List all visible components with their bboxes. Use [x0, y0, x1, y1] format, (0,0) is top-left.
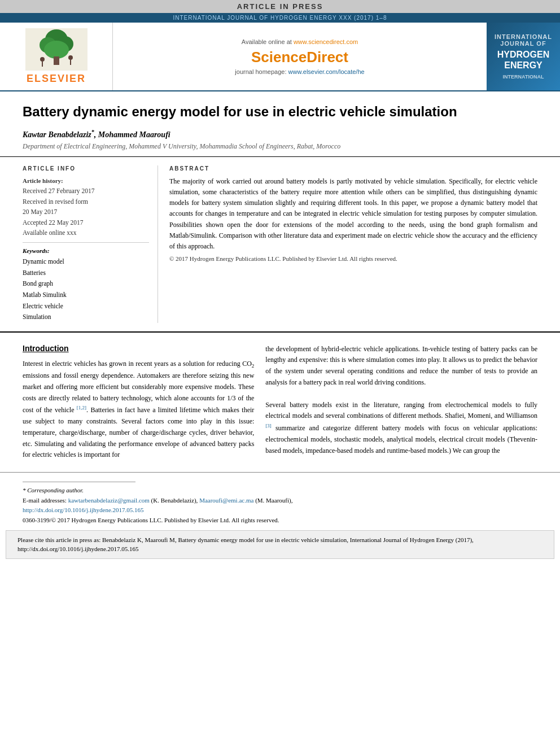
email-label: E-mail addresses: [23, 497, 67, 504]
accepted-date: Accepted 22 May 2017 [23, 217, 149, 228]
introduction-title: Introduction [23, 344, 254, 353]
citation-box: Please cite this article in press as: Be… [6, 530, 554, 559]
article-info-header: ARTICLE INFO [23, 165, 149, 172]
abstract-copyright: © 2017 Hydrogen Energy Publications LLC.… [169, 255, 537, 262]
abstract-column: ABSTRACT The majority of work carried ou… [169, 165, 537, 323]
divider [23, 242, 149, 243]
sciencedirect-title: ScienceDirect [251, 49, 348, 66]
abstract-text: The majority of work carried out around … [169, 176, 537, 252]
svg-rect-5 [54, 56, 59, 65]
article-info-column: ARTICLE INFO Article history: Received 2… [23, 165, 158, 323]
article-in-press-banner: ARTICLE IN PRESS [0, 0, 560, 13]
elsevier-tree-icon [25, 28, 88, 71]
footnote-divider [23, 482, 135, 482]
article-title-section: Battery dynamic energy model for use in … [0, 91, 560, 157]
footnote-area: * Corresponding author. E-mail addresses… [0, 472, 560, 530]
available-online-text: Available online at www.sciencedirect.co… [242, 38, 358, 45]
available-online: Available online xxx [23, 228, 149, 238]
affiliation: Department of Electrical Engineering, Mo… [23, 142, 537, 151]
info-abstract-section: ARTICLE INFO Article history: Received 2… [0, 157, 560, 333]
history-label: Article history: [23, 176, 149, 186]
journal-header-line: INTERNATIONAL JOURNAL OF HYDROGEN ENERGY… [0, 13, 560, 23]
keyword-bond-graph: Bond graph [23, 278, 149, 290]
email-footnote: E-mail addresses: kawtarbenabdelaziz@gma… [23, 496, 537, 506]
received-date: Received 27 February 2017 [23, 186, 149, 196]
journal-homepage-label: journal homepage: [235, 68, 286, 75]
abstract-header: ABSTRACT [169, 165, 537, 172]
journal-homepage-url[interactable]: www.elsevier.com/locate/he [288, 68, 365, 75]
svg-point-8 [68, 55, 73, 60]
introduction-right-text: the development of hybrid-electric vehic… [265, 344, 537, 457]
main-content: Introduction Interest in electric vehicl… [0, 333, 560, 473]
center-header: Available online at www.sciencedirect.co… [113, 23, 487, 90]
revised-date: 20 May 2017 [23, 207, 149, 217]
revised-label: Received in revised form [23, 196, 149, 207]
sciencedirect-url[interactable]: www.sciencedirect.com [294, 38, 358, 45]
top-header: ELSEVIER Available online at www.science… [0, 23, 560, 91]
email1-link[interactable]: kawtarbenabdelaziz@gmail.com [68, 497, 150, 504]
email1-name: (K. Benabdelaziz), [151, 497, 200, 504]
keyword-electric-vehicle: Electric vehicle [23, 301, 149, 312]
hydrogen-energy-image: INTERNATIONAL JOURNAL OF HYDROGENENERGY … [487, 23, 560, 90]
keyword-batteries: Batteries [23, 268, 149, 279]
keyword-simulation: Simulation [23, 312, 149, 323]
doi-link[interactable]: http://dx.doi.org/10.1016/j.ijhydene.201… [23, 505, 537, 516]
authors: Kawtar Benabdelaziz*, Mohammed Maaroufi [23, 129, 537, 139]
introduction-left-text: Interest in electric vehicles has grown … [23, 359, 254, 461]
journal-homepage: journal homepage: www.elsevier.com/locat… [235, 68, 364, 75]
email2-name: (M. Maaroufi), [255, 497, 292, 504]
email2-link[interactable]: Maaroufi@emi.ac.ma [199, 497, 253, 504]
keyword-dynamic-model: Dynamic model [23, 256, 149, 268]
footer-copyright: 0360-3199/© 2017 Hydrogen Energy Publica… [23, 516, 537, 526]
svg-point-6 [40, 57, 45, 62]
corresponding-author-note: * Corresponding author. [23, 486, 537, 496]
svg-point-4 [44, 41, 69, 59]
keywords-label: Keywords: [23, 247, 149, 254]
elsevier-label: ELSEVIER [27, 73, 86, 85]
left-column: Introduction Interest in electric vehicl… [23, 344, 254, 461]
keyword-matlab: Matlab Simulink [23, 290, 149, 301]
elsevier-logo-area: ELSEVIER [0, 23, 113, 90]
hydrogen-energy-title: HYDROGENENERGY [497, 49, 549, 71]
article-main-title: Battery dynamic energy model for use in … [23, 103, 537, 120]
right-column: the development of hybrid-electric vehic… [265, 344, 537, 461]
